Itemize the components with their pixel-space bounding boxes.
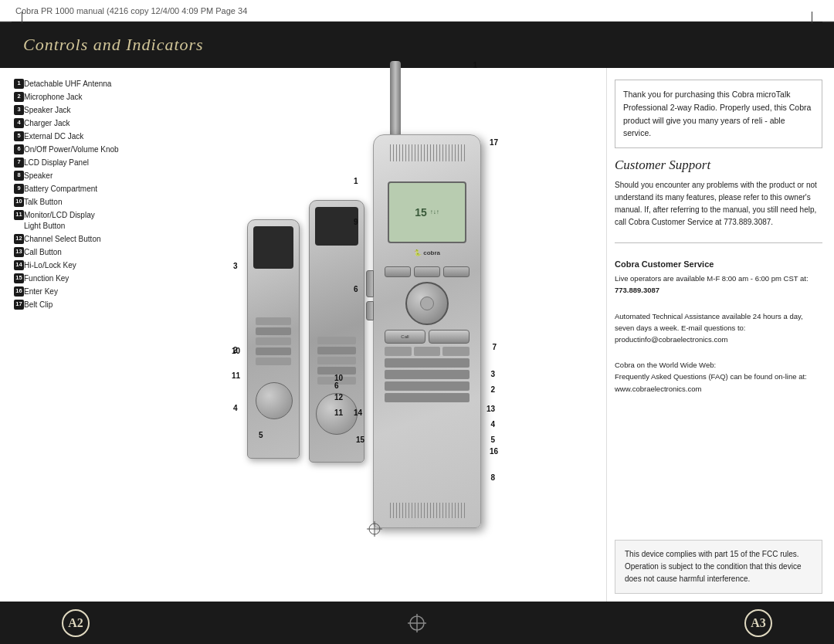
control-item-5: 5 External DC Jack	[14, 131, 135, 142]
callout-15: 15	[356, 436, 364, 444]
control-num-11: 11	[14, 210, 24, 220]
control-label-2: Microphone Jack	[24, 92, 83, 103]
callout-14: 14	[354, 408, 362, 417]
callout-13: 13	[486, 405, 495, 413]
radio-call-row: Call	[385, 330, 470, 344]
customer-support-section: Customer Support Should you encounter an…	[615, 158, 822, 229]
control-item-14: 14 Hi-Lo/Lock Key	[14, 260, 135, 271]
control-num-13: 13	[14, 247, 24, 257]
control-item-15: 15 Function Key	[14, 273, 135, 284]
control-label-11: Monitor/LCD DisplayLight Button	[24, 210, 95, 232]
control-num-8: 8	[14, 171, 24, 181]
radio-btn-top-1	[385, 266, 411, 277]
control-num-17: 17	[14, 300, 24, 310]
control-item-1: 1 Detachable UHF Antenna	[14, 79, 135, 90]
center-panel: 3 2 4 5 10 11	[143, 68, 606, 602]
radio-dpad-center	[420, 297, 434, 310]
control-num-6: 6	[14, 144, 24, 154]
intro-box: Thank you for purchasing this Cobra micr…	[615, 80, 822, 148]
web-text: Frequently Asked Questions (FAQ) can be …	[615, 372, 807, 381]
cobra-automated-text: Automated Technical Assistance available…	[615, 310, 822, 346]
cobra-phone: 773.889.3087	[615, 286, 659, 294]
main-content: 1 Detachable UHF Antenna 2 Microphone Ja…	[0, 68, 834, 602]
intro-text: Thank you for purchasing this Cobra micr…	[623, 90, 811, 137]
callout-5: 5	[259, 431, 263, 439]
control-label-13: Call Button	[24, 247, 62, 258]
crop-mark-tl-v	[22, 12, 22, 23]
page-title: Controls and Indicators	[23, 35, 204, 55]
radio-bottom-btn-4	[385, 393, 470, 402]
screen-channel: 15	[415, 206, 427, 219]
control-item-3: 3 Speaker Jack	[14, 105, 135, 116]
callout-1-top: 1	[473, 61, 477, 69]
control-num-2: 2	[14, 92, 24, 102]
crop-mark-tl-h	[0, 22, 12, 22]
control-label-6: On/Off Power/Volume Knob	[24, 144, 119, 155]
control-num-16: 16	[14, 286, 24, 297]
radio-unit-small-right	[309, 200, 364, 463]
control-num-3: 3	[14, 105, 24, 115]
control-label-17: Belt Clip	[24, 300, 53, 310]
control-label-4: Charger Jack	[24, 118, 70, 129]
reg-mark-bottom	[367, 521, 382, 540]
page-label-right: A3	[744, 609, 772, 637]
radio-func-row	[385, 347, 470, 356]
right-panel: Thank you for purchasing this Cobra micr…	[606, 68, 834, 602]
control-num-15: 15	[14, 273, 24, 283]
radio-func-btn-1	[385, 347, 412, 356]
section-divider	[615, 242, 822, 243]
callout-1-side: 1	[354, 177, 358, 185]
radio-speaker-bottom	[388, 503, 466, 518]
radio-side-btn-2	[366, 301, 374, 320]
control-num-14: 14	[14, 260, 24, 270]
callout-2-r: 2	[490, 385, 495, 394]
callout-10-left: 10	[232, 347, 240, 355]
control-num-9: 9	[14, 184, 24, 194]
cobra-live-operators: Live operators are available M-F 8:00 am…	[615, 273, 822, 296]
radio-body-main: 15 ↑↓↑ 🐍 cobra	[373, 134, 481, 528]
control-item-12: 12 Channel Select Button	[14, 234, 135, 245]
control-item-13: 13 Call Button	[14, 247, 135, 258]
callout-6-main: 6	[354, 285, 358, 293]
radio-bottom-btn-2	[385, 370, 470, 379]
crop-mark-tr-v	[812, 12, 812, 23]
radio-bottom-btns	[385, 358, 470, 402]
callout-5-r: 5	[490, 436, 495, 444]
control-item-11: 11 Monitor/LCD DisplayLight Button	[14, 210, 135, 232]
control-item-8: 8 Speaker	[14, 171, 135, 181]
customer-support-body: Should you encounter any problems with t…	[615, 179, 822, 229]
doc-header-text: Cobra PR 1000 manual (4216 copy 12/4/00 …	[15, 6, 247, 15]
radio-bottom-btn-3	[385, 381, 470, 391]
control-num-5: 5	[14, 131, 24, 141]
control-label-10: Talk Button	[24, 197, 62, 208]
control-item-17: 17 Belt Clip	[14, 300, 135, 310]
callout-9: 9	[354, 218, 358, 226]
callout-16: 16	[490, 447, 498, 456]
control-num-4: 4	[14, 118, 24, 128]
cobra-url: www.cobraelectronics.com	[615, 385, 701, 393]
live-operators-text: Live operators are available M-F 8:00 am…	[615, 274, 809, 283]
automated-text: Automated Technical Assistance available…	[615, 312, 803, 332]
radio-unit-main: 15 ↑↓↑ 🐍 cobra	[373, 134, 481, 528]
radio-ptt-btn	[366, 270, 374, 297]
control-item-16: 16 Enter Key	[14, 286, 135, 297]
reg-mark-center-bottom	[408, 614, 426, 632]
callout-3: 3	[233, 262, 238, 270]
callout-11: 11	[334, 408, 343, 417]
radio-illustration: 3 2 4 5 10 11	[243, 130, 506, 540]
callout-12: 12	[334, 393, 343, 402]
callout-4-r: 4	[490, 420, 495, 429]
control-item-6: 6 On/Off Power/Volume Knob	[14, 144, 135, 155]
page-label-left: A2	[62, 609, 90, 637]
callout-3-r: 3	[490, 370, 495, 378]
page-container: Cobra PR 1000 manual (4216 copy 12/4/00 …	[0, 0, 834, 644]
controls-list: 1 Detachable UHF Antenna 2 Microphone Ja…	[0, 68, 143, 602]
control-num-12: 12	[14, 234, 24, 244]
callout-11-left: 11	[232, 371, 240, 380]
control-label-5: External DC Jack	[24, 131, 83, 142]
crop-mark-tr-h	[822, 22, 834, 22]
control-label-1: Detachable UHF Antenna	[24, 79, 111, 90]
control-item-2: 2 Microphone Jack	[14, 92, 135, 103]
control-item-9: 9 Battery Compartment	[14, 184, 135, 195]
radio-body-small-right	[309, 200, 364, 463]
